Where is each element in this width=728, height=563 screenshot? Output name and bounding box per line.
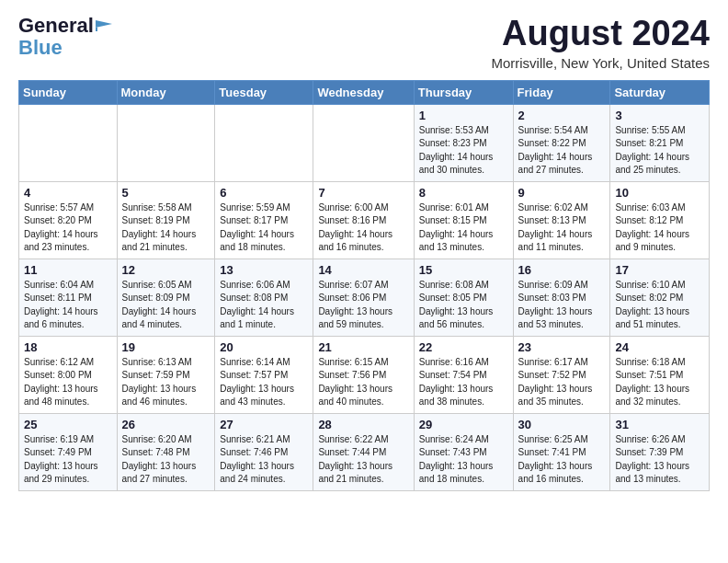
calendar-cell: 8Sunrise: 6:01 AMSunset: 8:15 PMDaylight… xyxy=(414,181,513,259)
logo: General Blue xyxy=(18,15,112,59)
col-tuesday: Tuesday xyxy=(215,80,313,104)
calendar-cell xyxy=(19,104,118,181)
day-info: Sunrise: 6:15 AMSunset: 7:56 PMDaylight:… xyxy=(318,356,408,409)
page-header: General Blue August 2024 Morrisville, Ne… xyxy=(18,15,710,71)
day-number: 19 xyxy=(122,340,210,354)
day-info: Sunrise: 6:16 AMSunset: 7:54 PMDaylight:… xyxy=(419,356,508,409)
day-info: Sunrise: 6:26 AMSunset: 7:39 PMDaylight:… xyxy=(615,433,704,487)
day-number: 5 xyxy=(122,186,210,200)
calendar-cell xyxy=(117,104,215,181)
calendar-cell: 26Sunrise: 6:20 AMSunset: 7:48 PMDayligh… xyxy=(117,413,215,490)
day-number: 28 xyxy=(318,418,408,431)
calendar-table: Sunday Monday Tuesday Wednesday Thursday… xyxy=(18,80,710,491)
logo-general: General xyxy=(18,15,94,37)
col-friday: Friday xyxy=(513,80,610,104)
week-row-3: 11Sunrise: 6:04 AMSunset: 8:11 PMDayligh… xyxy=(19,259,710,336)
col-monday: Monday xyxy=(117,80,215,104)
day-number: 7 xyxy=(318,186,408,200)
week-row-5: 25Sunrise: 6:19 AMSunset: 7:49 PMDayligh… xyxy=(19,413,710,490)
day-info: Sunrise: 5:55 AMSunset: 8:21 PMDaylight:… xyxy=(615,124,704,178)
day-number: 2 xyxy=(518,109,606,122)
col-wednesday: Wednesday xyxy=(313,80,414,104)
svg-marker-0 xyxy=(96,20,112,28)
day-info: Sunrise: 5:57 AMSunset: 8:20 PMDaylight:… xyxy=(24,201,112,255)
calendar-cell: 16Sunrise: 6:09 AMSunset: 8:03 PMDayligh… xyxy=(513,259,610,336)
svg-rect-1 xyxy=(96,28,97,31)
day-info: Sunrise: 6:17 AMSunset: 7:52 PMDaylight:… xyxy=(518,356,606,409)
day-number: 18 xyxy=(24,340,112,354)
week-row-2: 4Sunrise: 5:57 AMSunset: 8:20 PMDaylight… xyxy=(19,181,710,259)
week-row-1: 1Sunrise: 5:53 AMSunset: 8:23 PMDaylight… xyxy=(19,104,710,181)
day-info: Sunrise: 6:05 AMSunset: 8:09 PMDaylight:… xyxy=(122,279,210,332)
calendar-cell: 6Sunrise: 5:59 AMSunset: 8:17 PMDaylight… xyxy=(215,181,313,259)
day-number: 21 xyxy=(318,340,408,354)
calendar-cell: 17Sunrise: 6:10 AMSunset: 8:02 PMDayligh… xyxy=(610,259,710,336)
calendar-cell: 18Sunrise: 6:12 AMSunset: 8:00 PMDayligh… xyxy=(19,336,118,413)
calendar-cell: 28Sunrise: 6:22 AMSunset: 7:44 PMDayligh… xyxy=(313,413,414,490)
day-number: 16 xyxy=(518,263,606,277)
day-number: 10 xyxy=(615,186,704,200)
calendar-body: 1Sunrise: 5:53 AMSunset: 8:23 PMDaylight… xyxy=(19,104,710,490)
day-info: Sunrise: 6:13 AMSunset: 7:59 PMDaylight:… xyxy=(122,356,210,409)
day-number: 30 xyxy=(518,418,606,431)
day-info: Sunrise: 5:58 AMSunset: 8:19 PMDaylight:… xyxy=(122,201,210,255)
col-thursday: Thursday xyxy=(414,80,513,104)
day-number: 24 xyxy=(615,340,704,354)
day-number: 15 xyxy=(419,263,508,277)
location-subtitle: Morrisville, New York, United States xyxy=(491,55,710,71)
day-info: Sunrise: 5:53 AMSunset: 8:23 PMDaylight:… xyxy=(419,124,508,178)
day-number: 27 xyxy=(220,418,308,431)
calendar-cell: 7Sunrise: 6:00 AMSunset: 8:16 PMDaylight… xyxy=(313,181,414,259)
calendar-cell: 24Sunrise: 6:18 AMSunset: 7:51 PMDayligh… xyxy=(610,336,710,413)
calendar-cell: 9Sunrise: 6:02 AMSunset: 8:13 PMDaylight… xyxy=(513,181,610,259)
calendar-cell: 12Sunrise: 6:05 AMSunset: 8:09 PMDayligh… xyxy=(117,259,215,336)
day-number: 25 xyxy=(24,418,112,431)
day-number: 14 xyxy=(318,263,408,277)
day-number: 13 xyxy=(220,263,308,277)
calendar-cell: 5Sunrise: 5:58 AMSunset: 8:19 PMDaylight… xyxy=(117,181,215,259)
day-info: Sunrise: 6:04 AMSunset: 8:11 PMDaylight:… xyxy=(24,279,112,332)
day-info: Sunrise: 5:54 AMSunset: 8:22 PMDaylight:… xyxy=(518,124,606,178)
day-number: 4 xyxy=(24,186,112,200)
day-info: Sunrise: 6:14 AMSunset: 7:57 PMDaylight:… xyxy=(220,356,308,409)
logo-flag-icon xyxy=(96,20,112,31)
day-info: Sunrise: 6:19 AMSunset: 7:49 PMDaylight:… xyxy=(24,433,112,487)
col-sunday: Sunday xyxy=(19,80,118,104)
day-number: 23 xyxy=(518,340,606,354)
day-number: 8 xyxy=(419,186,508,200)
day-info: Sunrise: 6:01 AMSunset: 8:15 PMDaylight:… xyxy=(419,201,508,255)
day-number: 29 xyxy=(419,418,508,431)
day-info: Sunrise: 6:09 AMSunset: 8:03 PMDaylight:… xyxy=(518,279,606,332)
calendar-cell: 29Sunrise: 6:24 AMSunset: 7:43 PMDayligh… xyxy=(414,413,513,490)
day-info: Sunrise: 6:10 AMSunset: 8:02 PMDaylight:… xyxy=(615,279,704,332)
day-info: Sunrise: 6:06 AMSunset: 8:08 PMDaylight:… xyxy=(220,279,308,332)
day-info: Sunrise: 6:22 AMSunset: 7:44 PMDaylight:… xyxy=(318,433,408,487)
days-of-week-row: Sunday Monday Tuesday Wednesday Thursday… xyxy=(19,80,710,104)
calendar-cell: 15Sunrise: 6:08 AMSunset: 8:05 PMDayligh… xyxy=(414,259,513,336)
day-info: Sunrise: 6:00 AMSunset: 8:16 PMDaylight:… xyxy=(318,201,408,255)
day-info: Sunrise: 5:59 AMSunset: 8:17 PMDaylight:… xyxy=(220,201,308,255)
calendar-cell: 11Sunrise: 6:04 AMSunset: 8:11 PMDayligh… xyxy=(19,259,118,336)
day-number: 17 xyxy=(615,263,704,277)
calendar-cell: 23Sunrise: 6:17 AMSunset: 7:52 PMDayligh… xyxy=(513,336,610,413)
calendar-cell: 10Sunrise: 6:03 AMSunset: 8:12 PMDayligh… xyxy=(610,181,710,259)
day-number: 6 xyxy=(220,186,308,200)
calendar-cell: 30Sunrise: 6:25 AMSunset: 7:41 PMDayligh… xyxy=(513,413,610,490)
calendar-cell: 20Sunrise: 6:14 AMSunset: 7:57 PMDayligh… xyxy=(215,336,313,413)
day-info: Sunrise: 6:12 AMSunset: 8:00 PMDaylight:… xyxy=(24,356,112,409)
calendar-cell: 2Sunrise: 5:54 AMSunset: 8:22 PMDaylight… xyxy=(513,104,610,181)
title-area: August 2024 Morrisville, New York, Unite… xyxy=(491,15,710,71)
day-info: Sunrise: 6:24 AMSunset: 7:43 PMDaylight:… xyxy=(419,433,508,487)
calendar-cell: 1Sunrise: 5:53 AMSunset: 8:23 PMDaylight… xyxy=(414,104,513,181)
day-info: Sunrise: 6:07 AMSunset: 8:06 PMDaylight:… xyxy=(318,279,408,332)
day-number: 11 xyxy=(24,263,112,277)
calendar-cell: 14Sunrise: 6:07 AMSunset: 8:06 PMDayligh… xyxy=(313,259,414,336)
day-number: 20 xyxy=(220,340,308,354)
calendar-cell xyxy=(313,104,414,181)
calendar-cell: 22Sunrise: 6:16 AMSunset: 7:54 PMDayligh… xyxy=(414,336,513,413)
calendar-cell: 3Sunrise: 5:55 AMSunset: 8:21 PMDaylight… xyxy=(610,104,710,181)
col-saturday: Saturday xyxy=(610,80,710,104)
day-number: 31 xyxy=(615,418,704,431)
calendar-cell xyxy=(215,104,313,181)
calendar-header: Sunday Monday Tuesday Wednesday Thursday… xyxy=(19,80,710,104)
